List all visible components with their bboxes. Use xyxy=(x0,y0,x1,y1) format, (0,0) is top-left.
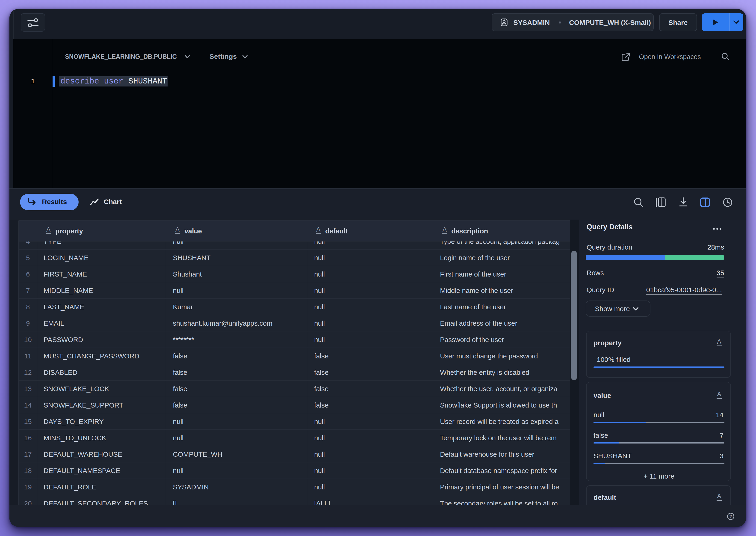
svg-text:?: ? xyxy=(729,514,732,519)
